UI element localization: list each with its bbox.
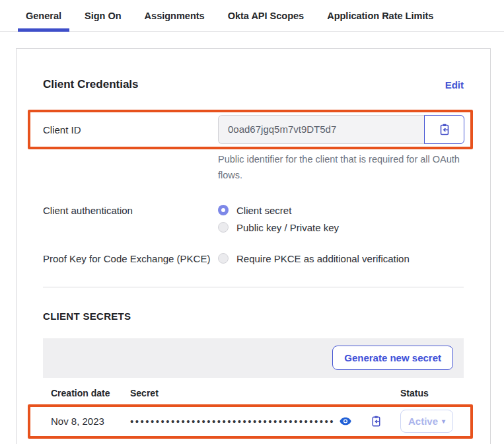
secret-creation-date: Nov 8, 2023 (51, 416, 130, 427)
radio-option-label: Public key / Private key (236, 222, 339, 233)
checkbox-unchecked-icon[interactable] (218, 253, 229, 264)
tab-assignments[interactable]: Assignments (137, 11, 213, 31)
secret-table-row: Nov 8, 2023 ••••••••••••••••••••••••••••… (43, 407, 464, 436)
client-authentication-row: Client authentication Client secret Publ… (43, 205, 464, 233)
section-divider (43, 287, 464, 287)
pkce-row: Proof Key for Code Exchange (PKCE) Requi… (43, 253, 464, 264)
client-id-help-text: Public identifier for the client that is… (218, 152, 464, 184)
client-id-control: 0oad67jgq5m7vt9DT5d7 (218, 115, 464, 144)
settings-card: Client Credentials Edit Client ID 0oad67… (16, 48, 491, 444)
clipboard-copy-icon (438, 123, 451, 136)
client-id-row: Client ID 0oad67jgq5m7vt9DT5d7 (43, 115, 464, 144)
radio-unselected-icon[interactable] (218, 222, 229, 233)
client-credentials-header: Client Credentials Edit (43, 78, 464, 91)
secrets-table-header: Creation date Secret Status (43, 378, 464, 407)
section-title-client-credentials: Client Credentials (43, 78, 139, 91)
chevron-down-icon: ▾ (442, 418, 445, 425)
tab-okta-api-scopes[interactable]: Okta API Scopes (220, 11, 312, 31)
masked-secret-value: •••••••••••••••••••••••••••••••••••••••• (130, 416, 335, 427)
client-id-label: Client ID (43, 124, 218, 135)
section-title-client-secrets: CLIENT SECRETS (43, 311, 464, 322)
radio-option-label: Client secret (236, 205, 291, 216)
client-id-copy-button[interactable] (424, 115, 464, 144)
radio-option-client-secret[interactable]: Client secret (218, 205, 339, 216)
tab-sign-on[interactable]: Sign On (77, 11, 129, 31)
radio-option-public-private-key[interactable]: Public key / Private key (218, 222, 339, 233)
pkce-checkbox-option[interactable]: Require PKCE as additional verification (218, 253, 410, 264)
client-secrets-toolbar: Generate new secret (43, 338, 464, 378)
status-dropdown-button[interactable]: Active ▾ (400, 410, 453, 433)
column-header-creation-date: Creation date (51, 388, 130, 398)
secret-cell: •••••••••••••••••••••••••••••••••••••••• (130, 415, 400, 427)
reveal-secret-button[interactable] (340, 417, 351, 426)
pkce-label: Proof Key for Code Exchange (PKCE) (43, 253, 218, 264)
eye-icon (340, 417, 351, 426)
pkce-option-label: Require PKCE as additional verification (236, 253, 410, 264)
status-label: Active (408, 416, 438, 427)
clipboard-copy-icon (370, 415, 382, 427)
edit-link[interactable]: Edit (445, 79, 464, 91)
secret-status-cell: Active ▾ (400, 410, 456, 433)
radio-selected-icon[interactable] (218, 205, 229, 215)
generate-new-secret-button[interactable]: Generate new secret (332, 346, 453, 370)
column-header-secret: Secret (130, 388, 400, 398)
copy-secret-button[interactable] (370, 415, 382, 427)
client-authentication-label: Client authentication (43, 205, 218, 216)
tab-bar: General Sign On Assignments Okta API Sco… (0, 0, 504, 32)
tab-application-rate-limits[interactable]: Application Rate Limits (319, 11, 441, 31)
client-id-value-field[interactable]: 0oad67jgq5m7vt9DT5d7 (218, 115, 424, 144)
column-header-status: Status (400, 388, 456, 398)
tab-general[interactable]: General (18, 11, 69, 31)
client-authentication-options: Client secret Public key / Private key (218, 205, 339, 233)
